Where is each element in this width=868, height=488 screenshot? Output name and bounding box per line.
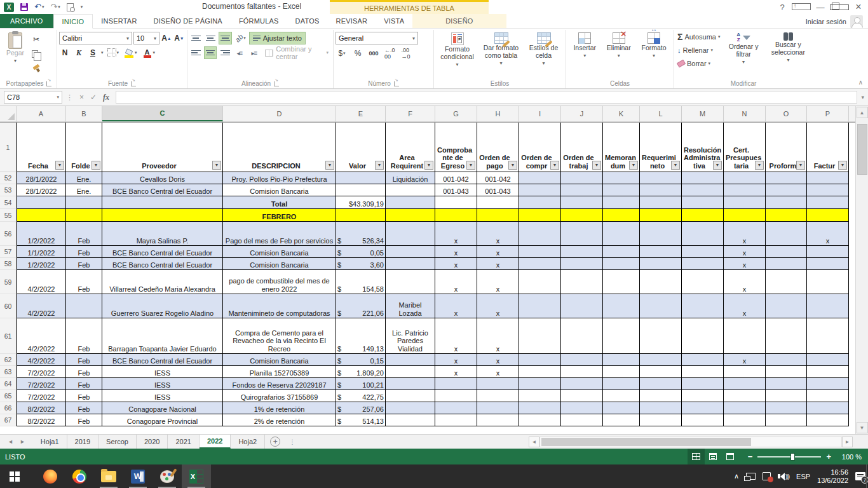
- cell-E53[interactable]: [336, 184, 386, 196]
- cell-F54[interactable]: [386, 196, 435, 209]
- cell-J55[interactable]: [561, 209, 603, 222]
- align-left-button[interactable]: [189, 46, 202, 59]
- insert-cells-button[interactable]: Insertar▾: [570, 30, 599, 79]
- decrease-decimal-button[interactable]: .00→0: [400, 47, 412, 60]
- cell-styles-button[interactable]: Estilos de celda▾: [524, 30, 564, 79]
- filter-dropdown-L[interactable]: ▼: [671, 161, 680, 170]
- close-button[interactable]: ×: [849, 1, 868, 13]
- cell-C63[interactable]: IESS: [102, 366, 223, 378]
- cell-D54[interactable]: Total: [223, 196, 336, 209]
- cell-I64[interactable]: [519, 378, 561, 390]
- cell-I57[interactable]: [519, 246, 561, 258]
- cell-E58[interactable]: $3,60: [336, 258, 386, 270]
- cell-G53[interactable]: 001-043: [435, 184, 477, 196]
- cell-E62[interactable]: $0,15: [336, 354, 386, 366]
- cell-P64[interactable]: [807, 378, 849, 390]
- cell-D59[interactable]: pago de combustible del mes de enero 202…: [223, 270, 336, 294]
- cell-O53[interactable]: [766, 184, 807, 196]
- column-header-O[interactable]: O: [766, 106, 807, 121]
- expand-formula-bar-button[interactable]: ▾: [861, 94, 864, 100]
- cell-G60[interactable]: x: [435, 294, 477, 318]
- cell-E55[interactable]: [336, 209, 386, 222]
- align-middle-button[interactable]: [204, 32, 217, 44]
- number-dialog-launcher[interactable]: [394, 81, 399, 86]
- cell-D60[interactable]: Mantenimineto de computadoras: [223, 294, 336, 318]
- cell-D57[interactable]: Comision Bancaria: [223, 246, 336, 258]
- cell-I54[interactable]: [519, 196, 561, 209]
- cell-M59[interactable]: [682, 270, 724, 294]
- cell-G57[interactable]: x: [435, 246, 477, 258]
- scroll-left-button[interactable]: ◄: [529, 437, 539, 447]
- cell-I67[interactable]: [519, 414, 561, 426]
- font-dialog-launcher[interactable]: [131, 81, 136, 86]
- comma-format-button[interactable]: 000: [367, 47, 380, 60]
- cell-G52[interactable]: 001-042: [435, 172, 477, 184]
- cell-M60[interactable]: [682, 294, 724, 318]
- cell-J67[interactable]: [561, 414, 603, 426]
- cell-C56[interactable]: Mayra Salinas P.: [102, 222, 223, 246]
- table-header-cell-C[interactable]: Proveedor▼: [102, 123, 223, 172]
- cell-B55[interactable]: [66, 209, 102, 222]
- minimize-button[interactable]: —: [811, 3, 830, 12]
- qat-customize-button[interactable]: ▾: [80, 3, 83, 11]
- table-header-cell-H[interactable]: Orden de pago▼: [477, 123, 519, 172]
- filter-dropdown-B[interactable]: ▼: [92, 161, 100, 170]
- column-header-M[interactable]: M: [682, 106, 724, 121]
- table-header-cell-F[interactable]: Area Requirent▼: [386, 123, 435, 172]
- cell-G54[interactable]: [435, 196, 477, 209]
- ribbon-display-button[interactable]: [792, 3, 811, 12]
- cell-L54[interactable]: [640, 196, 682, 209]
- orientation-button[interactable]: ab▾: [234, 32, 247, 44]
- italic-button[interactable]: K: [73, 47, 85, 59]
- table-header-cell-K[interactable]: Memoran dum▼: [603, 123, 640, 172]
- fill-color-button[interactable]: ▾: [123, 46, 139, 59]
- conditional-formatting-button[interactable]: ≠ Formato condicional▾: [437, 30, 478, 79]
- taskbar-file-explorer[interactable]: [94, 464, 123, 488]
- cell-K64[interactable]: [603, 378, 640, 390]
- cell-J59[interactable]: [561, 270, 603, 294]
- cell-A57[interactable]: 1/1/2022: [17, 246, 66, 258]
- cell-J65[interactable]: [561, 390, 603, 402]
- cell-M52[interactable]: [682, 172, 724, 184]
- horizontal-scroll-track[interactable]: [539, 437, 842, 447]
- name-box[interactable]: C78▾: [4, 91, 62, 104]
- paste-button[interactable]: Pegar▾: [3, 30, 27, 79]
- taskbar-word[interactable]: W: [123, 464, 153, 488]
- cell-K55[interactable]: [603, 209, 640, 222]
- merge-center-button[interactable]: Combinar y centrar▾: [262, 46, 331, 59]
- sheet-tab-Sercop[interactable]: Sercop: [98, 435, 137, 449]
- wrap-text-button[interactable]: Ajustar texto: [249, 32, 306, 44]
- cell-C52[interactable]: Cevallos Doris: [102, 172, 223, 184]
- cell-J66[interactable]: [561, 402, 603, 414]
- zoom-out-button[interactable]: −: [748, 452, 753, 461]
- column-header-J[interactable]: J: [561, 106, 603, 121]
- cell-C57[interactable]: BCE Banco Central del Ecuador: [102, 246, 223, 258]
- filter-dropdown-I[interactable]: ▼: [550, 161, 559, 170]
- cell-P65[interactable]: [807, 390, 849, 402]
- row-header-64[interactable]: 64: [0, 378, 17, 390]
- cell-C55[interactable]: [102, 209, 223, 222]
- filter-dropdown-C[interactable]: ▼: [212, 161, 221, 170]
- scroll-up-button[interactable]: ▲: [857, 107, 868, 118]
- cell-C66[interactable]: Conagopare Nacional: [102, 402, 223, 414]
- cell-K63[interactable]: [603, 366, 640, 378]
- cell-P53[interactable]: [807, 184, 849, 196]
- increase-indent-button[interactable]: ▸≡: [248, 46, 261, 59]
- sheet-tab-2019[interactable]: 2019: [67, 435, 98, 449]
- cell-N59[interactable]: x: [724, 270, 766, 294]
- cell-N63[interactable]: [724, 366, 766, 378]
- table-header-cell-M[interactable]: Resolución Administra tiva▼: [682, 123, 724, 172]
- cell-D58[interactable]: Comision Bancaria: [223, 258, 336, 270]
- zoom-slider-thumb[interactable]: [790, 453, 795, 461]
- cell-M63[interactable]: [682, 366, 724, 378]
- cell-A61[interactable]: 4/2/2022: [17, 318, 66, 354]
- cell-K65[interactable]: [603, 390, 640, 402]
- cell-L53[interactable]: [640, 184, 682, 196]
- cell-F56[interactable]: [386, 222, 435, 246]
- cell-H64[interactable]: [477, 378, 519, 390]
- row-header-61[interactable]: 61: [0, 318, 17, 354]
- row-header-66[interactable]: 66: [0, 402, 17, 414]
- cell-L55[interactable]: [640, 209, 682, 222]
- cell-P60[interactable]: [807, 294, 849, 318]
- cell-A56[interactable]: 1/2/2022: [17, 222, 66, 246]
